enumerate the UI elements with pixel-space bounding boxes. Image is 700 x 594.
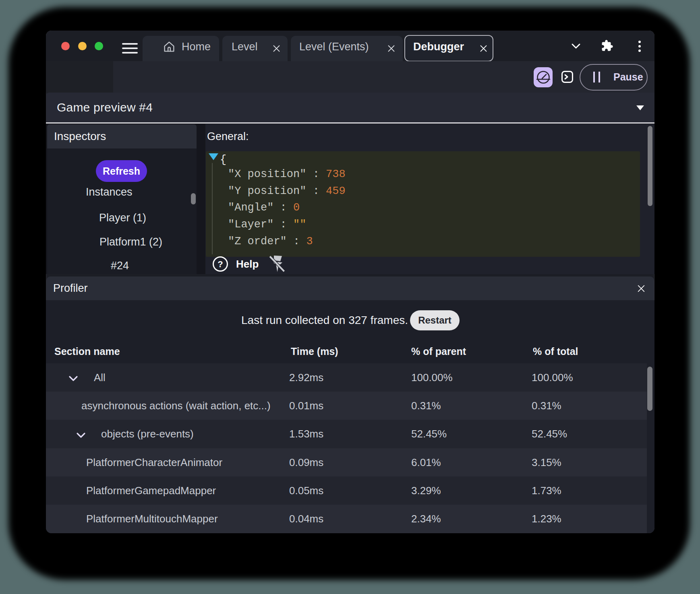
svg-text:?: ? [217, 259, 223, 269]
